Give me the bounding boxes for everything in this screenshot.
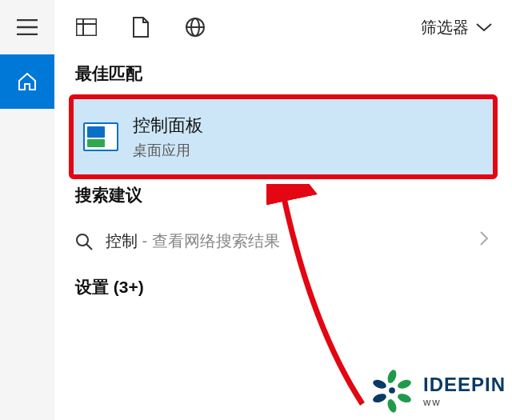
settings-label: 设置	[75, 278, 109, 296]
main-content: 筛选器 最佳匹配 控制面板 桌面应用 搜索建议 控制 - 查看网络搜索结果	[54, 0, 512, 420]
search-suggestions-heading: 搜索建议	[54, 179, 512, 216]
watermark-sub: ww	[423, 396, 506, 408]
document-icon	[132, 17, 150, 38]
watermark: IDEEPIN ww	[369, 367, 506, 414]
result-subtitle: 桌面应用	[133, 141, 203, 160]
highlight-annotation: 控制面板 桌面应用	[69, 94, 498, 179]
watermark-text: IDEEPIN ww	[423, 374, 506, 408]
settings-count: (3+)	[114, 278, 144, 296]
filter-label: 筛选器	[421, 17, 469, 38]
best-match-result[interactable]: 控制面板 桌面应用	[74, 99, 493, 174]
hamburger-icon	[17, 19, 38, 35]
home-icon	[17, 71, 38, 92]
web-suggestion-row[interactable]: 控制 - 查看网络搜索结果	[54, 216, 512, 263]
hamburger-menu-button[interactable]	[0, 0, 54, 54]
svg-point-13	[372, 378, 388, 390]
suggestion-hint: 查看网络搜索结果	[152, 232, 280, 250]
svg-point-11	[386, 398, 398, 414]
filter-dropdown[interactable]: 筛选器	[421, 17, 507, 38]
apps-button[interactable]	[59, 0, 114, 54]
control-panel-icon	[83, 122, 118, 151]
search-icon	[75, 233, 93, 250]
search-panel-root: 筛选器 最佳匹配 控制面板 桌面应用 搜索建议 控制 - 查看网络搜索结果	[0, 0, 512, 420]
watermark-logo-icon	[369, 367, 415, 414]
svg-point-8	[386, 369, 398, 385]
chevron-right-icon	[478, 230, 490, 250]
svg-point-6	[77, 234, 88, 246]
topbar: 筛选器	[54, 0, 512, 54]
documents-button[interactable]	[114, 0, 168, 54]
result-title: 控制面板	[133, 114, 203, 138]
home-button[interactable]	[0, 54, 54, 109]
svg-point-14	[389, 387, 395, 394]
watermark-brand: IDEEPIN	[423, 374, 506, 396]
svg-point-10	[397, 392, 413, 404]
left-sidebar	[0, 0, 54, 420]
suggestion-text: 控制 - 查看网络搜索结果	[106, 230, 280, 252]
web-button[interactable]	[168, 0, 222, 54]
settings-category[interactable]: 设置 (3+)	[54, 263, 512, 306]
svg-point-12	[372, 392, 388, 404]
best-match-heading: 最佳匹配	[54, 54, 512, 94]
globe-icon	[185, 17, 206, 38]
apps-icon	[76, 18, 97, 36]
suggestion-term: 控制	[106, 232, 138, 250]
svg-point-9	[397, 378, 413, 390]
suggestion-sep: -	[138, 232, 152, 250]
result-text: 控制面板 桌面应用	[133, 114, 203, 160]
svg-line-7	[86, 244, 92, 250]
chevron-down-icon	[475, 22, 493, 33]
svg-rect-0	[77, 19, 97, 36]
